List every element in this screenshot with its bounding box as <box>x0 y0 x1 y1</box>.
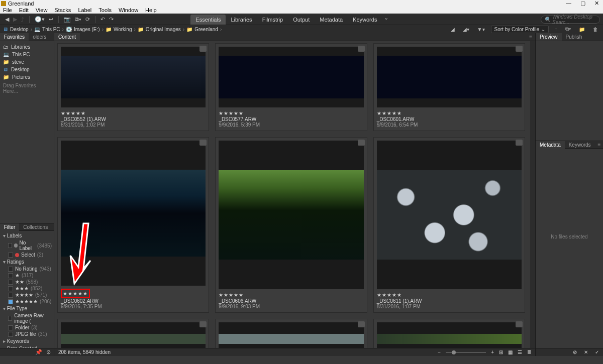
section-labels[interactable]: Labels No Label (3485) Select (2) <box>3 232 52 258</box>
tab-collections[interactable]: Collections <box>19 223 52 231</box>
window-minimize-icon[interactable]: — <box>566 0 571 7</box>
filter-raw[interactable]: Camera Raw image ( <box>3 312 52 324</box>
settings-badge-icon[interactable] <box>358 46 365 52</box>
menu-file[interactable]: File <box>3 7 12 13</box>
fav-libraries[interactable]: 🗂Libraries <box>1 43 53 51</box>
fav-thispc[interactable]: 💻This PC <box>1 51 53 58</box>
crumb-working[interactable]: Working <box>114 27 132 32</box>
rating-stars[interactable]: ★★★★★ <box>377 110 522 116</box>
panel-menu-icon[interactable]: ≡ <box>526 34 535 40</box>
rotate-ccw-icon[interactable]: ↶ <box>98 16 107 23</box>
settings-badge-icon[interactable] <box>516 46 523 52</box>
delete-icon[interactable]: 🗑 <box>591 27 600 32</box>
pin-icon[interactable]: 📌 <box>35 349 42 355</box>
workspace-more-icon[interactable]: ⌄ <box>382 15 390 25</box>
forward-icon[interactable]: ▶ <box>11 16 19 23</box>
rotate-cw-icon[interactable]: ↷ <box>107 16 116 23</box>
settings-badge-icon[interactable] <box>199 321 207 327</box>
thumb-item[interactable] <box>215 319 367 348</box>
section-ratings[interactable]: Ratings No Rating (943) ★ (317) ★★ (598)… <box>3 258 52 305</box>
view-content-icon[interactable]: ☰ <box>518 349 522 355</box>
tab-folders[interactable]: olders <box>29 33 50 41</box>
recent-icon[interactable]: 🕘▾ <box>33 16 47 23</box>
fav-desktop[interactable]: 🖥Desktop <box>1 66 53 73</box>
tab-preview[interactable]: Preview <box>536 33 562 41</box>
ws-filmstrip[interactable]: Filmstrip <box>257 15 288 25</box>
thumb-item[interactable] <box>373 319 525 348</box>
settings-badge-icon[interactable] <box>516 321 523 327</box>
ws-libraries[interactable]: Libraries <box>226 15 257 25</box>
fav-steve[interactable]: 📁steve <box>1 58 53 66</box>
menu-stacks[interactable]: Stacks <box>54 7 71 13</box>
close-panel-icon[interactable]: ⊘ <box>573 349 577 355</box>
section-keywords[interactable]: Keywords <box>3 337 52 345</box>
thumb-item[interactable] <box>57 319 209 348</box>
rating-stars[interactable]: ★★★★★ <box>61 110 206 116</box>
settings-badge-icon[interactable] <box>358 321 365 327</box>
crumb-original[interactable]: Original Images <box>146 27 181 32</box>
apply-icon[interactable]: ✓ <box>595 349 599 355</box>
thumb-item[interactable]: ★★★★★ _DSC0601.ARW 9/9/2016, 6:54 PM <box>373 43 525 131</box>
view-list-icon[interactable]: ≣ <box>527 349 531 355</box>
crumb-pc[interactable]: This PC <box>42 27 60 32</box>
rating-stars[interactable]: ★★★★★ <box>63 291 88 296</box>
refresh-icon[interactable]: ⟳ <box>83 16 92 23</box>
thumb-item[interactable]: ★★★★★ _DSC0606.ARW 9/9/2016, 9:03 PM <box>215 137 367 313</box>
tab-filter[interactable]: Filter <box>0 223 19 231</box>
settings-badge-icon[interactable] <box>516 140 523 146</box>
zoom-out-icon[interactable]: − <box>438 349 441 355</box>
sort-asc-icon[interactable]: ↑ <box>553 27 559 32</box>
filter-select[interactable]: Select (2) <box>3 252 52 258</box>
open-recent-icon[interactable]: ⧉▾ <box>563 26 573 32</box>
filter-label-icon[interactable]: ◢▾ <box>461 27 471 32</box>
menu-window[interactable]: Window <box>119 7 138 13</box>
thumb-item[interactable]: ★★★★★ _DSC0552 (1).ARW 8/31/2016, 1:02 P… <box>57 43 209 131</box>
crumb-desktop[interactable]: Desktop <box>10 27 29 32</box>
crumb-images[interactable]: Images (E:) <box>74 27 100 32</box>
ws-metadata[interactable]: Metadata <box>315 15 348 25</box>
menu-label[interactable]: Label <box>78 7 91 13</box>
tab-keywords[interactable]: Keywords <box>565 141 595 149</box>
window-maximize-icon[interactable]: ▢ <box>580 0 585 7</box>
camera-icon[interactable]: 📷 <box>62 16 73 23</box>
filter-3star[interactable]: ★★★ (852) <box>3 285 52 292</box>
window-close-icon[interactable]: ✕ <box>594 0 599 7</box>
filter-funnel-icon[interactable]: ▼▾ <box>475 27 487 32</box>
filter-ratings-icon[interactable]: ◢ <box>449 27 457 32</box>
search-input[interactable]: 🔍 Windows Desktop Searc... <box>541 16 600 24</box>
rating-stars[interactable]: ★★★★★ <box>219 110 363 116</box>
boomerang-icon[interactable]: ↩ <box>47 16 55 23</box>
cancel-icon[interactable]: ✕ <box>584 349 588 355</box>
thumbnail-size-slider[interactable] <box>446 352 486 353</box>
thumb-item[interactable]: ★★★★★ _DSC0611 (1).ARW 8/31/2016, 1:07 P… <box>373 137 525 313</box>
menu-view[interactable]: View <box>36 7 48 13</box>
filter-jpeg[interactable]: JPEG file (31) <box>3 331 52 337</box>
fav-pictures[interactable]: 📁Pictures <box>1 73 53 81</box>
view-grid-icon[interactable]: ▦ <box>508 349 513 355</box>
menu-tools[interactable]: Tools <box>98 7 112 13</box>
lock-thumb-icon[interactable]: ⊞ <box>499 349 503 355</box>
tab-publish[interactable]: Publish <box>562 33 586 41</box>
section-filetype[interactable]: File Type Camera Raw image ( Folder (3) … <box>3 305 52 337</box>
filter-5star[interactable]: ★★★★★ (206) <box>3 298 52 305</box>
back-icon[interactable]: ◀ <box>3 16 11 23</box>
vertical-scrollbar[interactable] <box>530 41 535 348</box>
menu-edit[interactable]: Edit <box>19 7 29 13</box>
settings-badge-icon[interactable] <box>199 46 207 52</box>
filter-norating[interactable]: No Rating (943) <box>3 266 52 272</box>
panel-menu-icon[interactable]: ≡ <box>595 142 603 148</box>
filter-2star[interactable]: ★★ (598) <box>3 279 52 285</box>
tab-favorites[interactable]: Favorites <box>0 33 29 41</box>
clear-filter-icon[interactable]: ⊘ <box>46 349 51 355</box>
rating-stars[interactable]: ★★★★★ <box>219 292 363 298</box>
crumb-greenland[interactable]: Greenland <box>194 27 218 32</box>
filter-folder[interactable]: Folder (3) <box>3 324 52 331</box>
ws-keywords[interactable]: Keywords <box>348 15 382 25</box>
filter-1star[interactable]: ★ (317) <box>3 272 52 279</box>
sort-select[interactable]: Sort by Color Profile⌄ <box>491 26 549 33</box>
filter-4star[interactable]: ★★★★ (571) <box>3 292 52 298</box>
menu-help[interactable]: Help <box>145 7 157 13</box>
zoom-in-icon[interactable]: + <box>491 349 494 355</box>
settings-badge-icon[interactable] <box>358 140 365 146</box>
ws-essentials[interactable]: Essentials <box>190 15 226 25</box>
